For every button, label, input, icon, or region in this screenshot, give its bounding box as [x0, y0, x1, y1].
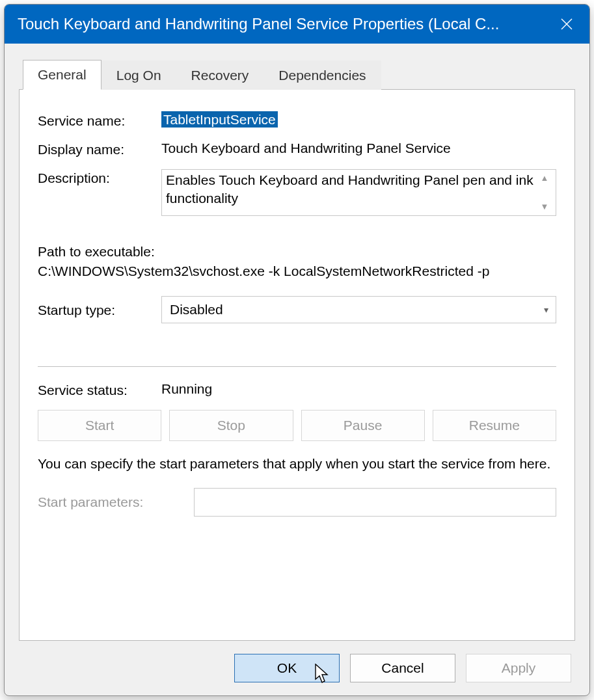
titlebar: Touch Keyboard and Handwriting Panel Ser… — [5, 5, 589, 44]
resume-button[interactable]: Resume — [433, 410, 556, 441]
stop-button[interactable]: Stop — [169, 410, 293, 441]
cancel-button[interactable]: Cancel — [350, 654, 455, 682]
client-area: General Log On Recovery Dependencies Ser… — [5, 44, 589, 695]
label-service-name: Service name: — [38, 112, 161, 129]
tab-panel-general: Service name: TabletInputService Display… — [19, 89, 575, 641]
path-block: Path to executable: C:\WINDOWS\System32\… — [38, 242, 556, 282]
start-button[interactable]: Start — [38, 410, 161, 441]
apply-button[interactable]: Apply — [466, 654, 571, 682]
startup-type-value: Disabled — [161, 296, 556, 323]
value-path: C:\WINDOWS\System32\svchost.exe -k Local… — [38, 262, 556, 281]
label-service-status: Service status: — [38, 381, 161, 398]
service-name-selected-text: TabletInputService — [161, 111, 278, 128]
startup-type-select[interactable]: Disabled ▾ — [161, 296, 556, 323]
description-text: Enables Touch Keyboard and Handwriting P… — [166, 171, 537, 214]
scroll-down-icon[interactable]: ▼ — [541, 201, 549, 213]
scroll-up-icon[interactable]: ▲ — [541, 172, 549, 184]
ok-button[interactable]: OK — [234, 654, 340, 682]
label-description: Description: — [38, 169, 161, 186]
row-description: Description: Enables Touch Keyboard and … — [38, 169, 556, 216]
value-service-name[interactable]: TabletInputService — [161, 112, 556, 128]
close-icon — [560, 18, 573, 31]
row-service-name: Service name: TabletInputService — [38, 112, 556, 129]
service-properties-dialog: Touch Keyboard and Handwriting Panel Ser… — [4, 4, 590, 696]
label-display-name: Display name: — [38, 141, 161, 157]
row-startup-type: Startup type: Disabled ▾ — [38, 296, 556, 323]
separator — [38, 366, 556, 367]
close-button[interactable] — [544, 5, 589, 44]
row-service-status: Service status: Running — [38, 381, 556, 398]
start-parameters-hint: You can specify the start parameters tha… — [38, 454, 556, 474]
tab-recovery[interactable]: Recovery — [176, 61, 264, 90]
label-start-parameters: Start parameters: — [38, 494, 194, 510]
description-box[interactable]: Enables Touch Keyboard and Handwriting P… — [161, 169, 556, 216]
tab-general[interactable]: General — [23, 60, 101, 90]
dialog-footer: OK Cancel Apply — [19, 641, 575, 686]
value-display-name: Touch Keyboard and Handwriting Panel Ser… — [161, 141, 556, 156]
tabstrip: General Log On Recovery Dependencies — [23, 59, 575, 89]
tab-dependencies[interactable]: Dependencies — [263, 61, 381, 90]
label-path: Path to executable: — [38, 242, 556, 262]
value-service-status: Running — [161, 381, 556, 397]
service-control-buttons: Start Stop Pause Resume — [38, 410, 556, 441]
label-startup-type: Startup type: — [38, 301, 161, 318]
tab-logon[interactable]: Log On — [101, 61, 176, 90]
window-title: Touch Keyboard and Handwriting Panel Ser… — [18, 15, 544, 33]
pause-button[interactable]: Pause — [301, 410, 425, 441]
description-scrollbar[interactable]: ▲ ▼ — [537, 171, 552, 214]
row-display-name: Display name: Touch Keyboard and Handwri… — [38, 141, 556, 157]
row-start-parameters: Start parameters: — [38, 488, 556, 517]
start-parameters-input[interactable] — [194, 488, 556, 517]
